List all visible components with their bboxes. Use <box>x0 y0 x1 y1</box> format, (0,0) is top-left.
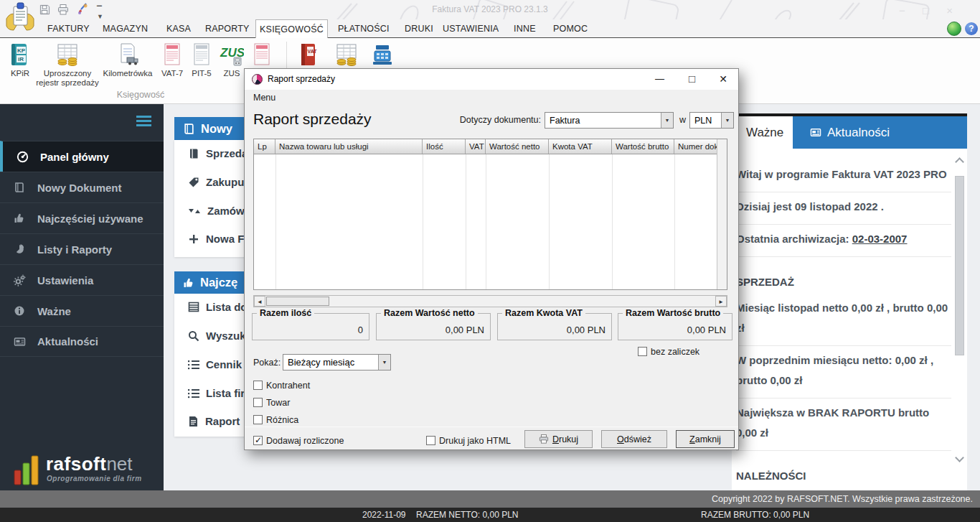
scrollbar-thumb[interactable] <box>266 297 329 306</box>
sidebar-item-listy-i-raporty[interactable]: Listy i Raporty <box>0 233 164 264</box>
right-panel-scrollbar[interactable] <box>954 153 966 469</box>
ribbon-tab-platnosci[interactable]: PŁATNOŚCI <box>338 19 390 38</box>
quick-access-caret-icon[interactable]: ▔▼ <box>97 6 103 20</box>
column-header[interactable]: Numer dok <box>674 139 718 154</box>
ribbon-tab-druki[interactable]: DRUKI <box>405 19 433 38</box>
toolbar-button-label[interactable]: Uproszczony rejestr sprzedaży <box>34 69 100 88</box>
book-icon <box>183 123 195 135</box>
table-horizontal-scrollbar[interactable]: ◄ ► <box>253 295 727 307</box>
scroll-up-icon[interactable] <box>955 157 964 167</box>
table-coins-icon[interactable] <box>334 42 359 70</box>
column-header[interactable]: Wartość brutto <box>612 139 674 154</box>
info-prev-month-sales: W poprzednim miesiącu netto: 0,00 zł , b… <box>736 346 951 399</box>
vat7-form-icon[interactable] <box>160 42 184 70</box>
rafsoft-logo[interactable]: rafsoftnet Oprogramowanie dla firm <box>13 453 156 486</box>
ribbon-tab-ksiegowosc[interactable]: KSIĘGOWOŚĆ <box>255 19 328 39</box>
sidebar-item-najczesciej-uzywane[interactable]: Najczęściej używane <box>0 202 164 233</box>
ribbon-tab-pomoc[interactable]: POMOC <box>553 19 588 38</box>
vat-binder-icon[interactable]: VAT <box>295 42 319 70</box>
save-icon[interactable] <box>39 4 50 18</box>
ribbon-tab-faktury[interactable]: FAKTURY <box>47 19 90 38</box>
column-header[interactable]: Wartość netto <box>486 139 549 154</box>
maximize-button[interactable]: □ <box>677 69 707 89</box>
document-truck-icon[interactable] <box>116 42 140 70</box>
dodawaj-rozliczone-checkbox[interactable]: Dodawaj rozliczone <box>253 434 344 447</box>
globe-icon[interactable] <box>947 22 961 36</box>
tab-aktualnosci[interactable]: Aktualności <box>793 116 967 149</box>
toolbar-button-label[interactable]: PIT-5 <box>186 69 217 78</box>
toolbar-button-label[interactable]: VAT-7 <box>156 69 188 78</box>
printer-icon <box>539 434 549 444</box>
period-select[interactable]: Bieżący miesiąc▼ <box>283 354 391 370</box>
info-today: Dzisiaj jest 09 listopad 2022 . <box>736 192 951 225</box>
minimize-button[interactable]: — <box>644 69 675 89</box>
help-icon[interactable]: ? <box>965 22 978 35</box>
card-item-sprzedazy[interactable]: Sprzeda <box>188 147 248 159</box>
column-header[interactable]: Ilość <box>423 139 466 154</box>
sidebar-item-aktualnosci[interactable]: Aktualności <box>0 326 164 357</box>
copyright-bar: Copyright 2022 by RAFSOFT.NET. Wszystkie… <box>0 490 980 508</box>
zamknij-button[interactable]: Zamknij <box>676 430 735 448</box>
section-sprzedaz: SPRZEDAŻ <box>736 268 951 294</box>
ribbon-tab-ustawienia[interactable]: USTAWIENIA <box>443 19 499 38</box>
scroll-down-icon[interactable] <box>955 453 964 462</box>
drukuj-jako-html-checkbox[interactable]: Drukuj jako HTML <box>426 434 511 447</box>
info-icon <box>12 305 27 317</box>
column-header[interactable]: Kwota VAT <box>549 139 612 154</box>
card-item-lista-firm[interactable]: Lista fir <box>188 387 245 399</box>
newspaper-icon <box>809 127 822 138</box>
table-header-row: Lp Nazwa towaru lub usługi Ilość VAT War… <box>254 139 727 154</box>
tab-wazne[interactable]: Ważne <box>732 116 793 149</box>
form-icon[interactable] <box>250 42 274 70</box>
dialog-heading: Raport sprzedaży <box>253 111 372 128</box>
scrollbar-thumb[interactable] <box>955 176 964 355</box>
ribbon-tab-inne[interactable]: INNE <box>514 19 536 38</box>
toolbar-button-label[interactable]: ZUS <box>216 69 248 78</box>
currency-select[interactable]: PLN▼ <box>689 112 734 129</box>
ribbon-tab-raporty[interactable]: RAPORTY <box>205 19 250 38</box>
toolbar-group-label: Księgowość <box>90 90 191 100</box>
column-header[interactable]: VAT <box>466 139 486 154</box>
table-vertical-scrollbar[interactable] <box>717 139 727 289</box>
column-header[interactable]: Nazwa towaru lub usługi <box>275 139 423 154</box>
sidebar-item-nowy-dokument[interactable]: Nowy Dokument <box>0 172 164 202</box>
card-item-nowa-faktura[interactable]: Nowa F <box>188 233 244 245</box>
odswiez-button[interactable]: Odśwież <box>601 430 667 448</box>
sidebar-item-panel-glowny[interactable]: Panel główny <box>0 141 164 172</box>
roznica-checkbox[interactable]: Różnica <box>253 413 298 426</box>
sidebar-item-wazne[interactable]: Ważne <box>0 295 164 326</box>
bez-zaliczek-checkbox[interactable]: bez zaliczek <box>638 345 699 358</box>
pit5-form-icon[interactable] <box>189 42 214 70</box>
total-brutto-groupbox: Razem Wartość brutto 0,00 PLN <box>618 313 732 340</box>
cash-register-icon[interactable] <box>370 42 395 70</box>
card-item-cennik[interactable]: Cennik <box>188 358 242 370</box>
close-button[interactable]: ✕ <box>709 69 738 89</box>
card-item-lista-dokumentow[interactable]: Lista do <box>188 301 248 313</box>
dialog-title-bar[interactable]: Raport sprzedaży — □ ✕ <box>245 69 738 90</box>
kontrahent-checkbox[interactable]: Kontrahent <box>253 378 310 391</box>
scroll-right-icon[interactable]: ► <box>715 296 727 307</box>
card-item-raport[interactable]: Raport <box>188 415 240 427</box>
print-icon[interactable] <box>57 4 69 18</box>
archive-date-link[interactable]: 02-03-2007 <box>852 233 908 245</box>
sidebar-item-ustawienia[interactable]: Ustawienia <box>0 264 164 295</box>
card-item-zamowienia[interactable]: Zamów <box>188 205 245 217</box>
brush-icon[interactable] <box>77 3 88 18</box>
kpir-book-icon[interactable]: KPiR <box>8 42 32 70</box>
zus-icon[interactable]: ZUS <box>220 42 244 70</box>
card-item-zakupu[interactable]: Zakupu <box>188 176 244 188</box>
document-type-select[interactable]: Faktura▼ <box>545 112 674 129</box>
drukuj-button[interactable]: Drukuj <box>524 430 593 448</box>
hamburger-menu-icon[interactable] <box>136 116 151 129</box>
towar-checkbox[interactable]: Towar <box>253 396 290 409</box>
card-item-wyszukaj[interactable]: Wyszuk <box>188 330 246 342</box>
table-coins-icon[interactable] <box>55 42 80 70</box>
toolbar-button-label[interactable]: KPiR <box>4 69 36 78</box>
dialog-menu[interactable]: Menu <box>253 93 275 103</box>
ribbon-tab-kasa[interactable]: KASA <box>166 19 191 38</box>
sketch-window-controls: − □ × <box>899 4 960 17</box>
scroll-left-icon[interactable]: ◄ <box>254 296 265 307</box>
column-header[interactable]: Lp <box>254 139 275 154</box>
ribbon-tab-magazyn[interactable]: MAGAZYN <box>103 19 148 38</box>
toolbar-button-label[interactable]: Kilometrówka <box>95 69 160 78</box>
